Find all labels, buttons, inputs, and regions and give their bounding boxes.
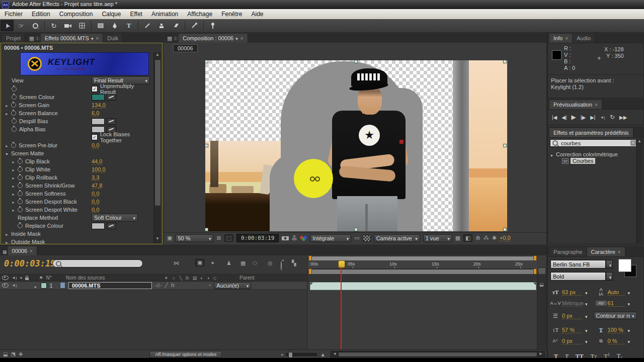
auto-keyframe-icon[interactable]: ◎	[268, 260, 273, 266]
snapshot-region-icon[interactable]: ▣	[167, 235, 172, 241]
fill-color-swatch[interactable]	[618, 259, 631, 272]
transparency-grid-icon[interactable]	[363, 235, 371, 242]
expand-transfer-icon[interactable]: ⬓	[3, 351, 8, 357]
scroll-down-icon[interactable]: ▼	[155, 236, 159, 241]
despot-black-value[interactable]: 0,0	[92, 199, 99, 205]
group-inside-mask[interactable]: Inside Mask	[5, 230, 150, 238]
safe-zones-icon[interactable]: ⊞	[216, 235, 221, 241]
tab-projet[interactable]: Projet	[2, 34, 25, 43]
expand-parent-icon[interactable]: ✥	[19, 351, 23, 357]
eyedropper-icon[interactable]	[107, 118, 116, 125]
layer-duration-bar[interactable]	[310, 282, 536, 290]
font-style-dropdown[interactable]: Bold	[550, 272, 606, 281]
camera-dropdown[interactable]: Caméra active	[374, 234, 420, 242]
leading-value[interactable]: Auto	[608, 289, 625, 296]
horizontal-scale-value[interactable]: 100 %	[608, 327, 625, 333]
screen-softness-value[interactable]: 0,0	[92, 191, 99, 197]
tab-caractere[interactable]: Caractère	[587, 247, 625, 256]
close-icon[interactable]	[615, 249, 621, 255]
stopwatch-icon[interactable]	[18, 175, 23, 180]
snapshot-camera-icon[interactable]	[282, 235, 289, 241]
timeline-button-icon[interactable]: ▦	[455, 235, 460, 241]
menu-effet[interactable]: Effet	[125, 9, 146, 19]
chevron-down-icon[interactable]	[583, 288, 588, 297]
comp-viewer-image[interactable]: ★	[205, 60, 507, 231]
screen-gain-value[interactable]: 134,0	[92, 102, 106, 109]
stopwatch-icon[interactable]	[18, 191, 23, 196]
comp-name-field[interactable]: 00006	[173, 44, 198, 52]
last-frame-button[interactable]: ▶|	[590, 115, 595, 120]
stopwatch-icon[interactable]	[18, 159, 23, 164]
selection-handle[interactable]	[503, 228, 507, 231]
play-button[interactable]: ▶	[572, 114, 576, 121]
chevron-down-icon[interactable]	[626, 288, 630, 297]
baseline-shift-value[interactable]: 0 px	[562, 338, 582, 344]
despill-bias-swatch[interactable]	[92, 118, 105, 125]
zoom-slider-handle[interactable]	[288, 352, 293, 358]
layer-expand-icon[interactable]	[34, 281, 38, 290]
clip-black-value[interactable]: 44,0	[92, 158, 102, 165]
prev-frame-button[interactable]: ◀|	[561, 115, 567, 120]
exposure-value[interactable]: +0,0	[500, 235, 511, 241]
lock-biases-checkbox[interactable]	[92, 134, 98, 140]
stopwatch-icon[interactable]	[18, 207, 23, 212]
selection-handle[interactable]	[503, 144, 507, 147]
first-frame-button[interactable]: |◀	[552, 115, 557, 120]
screen-balance-value[interactable]: 6,0	[92, 110, 99, 117]
stopwatch-icon[interactable]	[18, 223, 23, 228]
chevron-down-icon[interactable]	[583, 325, 588, 334]
parent-pickwhip-icon[interactable]: ◔	[208, 283, 211, 288]
stopwatch-icon[interactable]	[12, 119, 17, 124]
tab-presets[interactable]: Effets et paramètres prédéfinis	[549, 128, 633, 137]
font-size-value[interactable]: 63 px	[562, 289, 582, 296]
pen-tool-icon[interactable]	[108, 20, 121, 31]
chevron-down-icon[interactable]	[626, 336, 630, 345]
target-region-icon[interactable]: ▭	[354, 235, 359, 241]
effects-scrollbar[interactable]: ▲ ▼	[153, 52, 161, 243]
shy-icon[interactable]: ✦	[210, 260, 215, 266]
selection-handle[interactable]	[205, 144, 208, 147]
tab-preview[interactable]: Prévisualisation	[549, 100, 602, 109]
layer-label-swatch[interactable]	[41, 283, 47, 289]
stopwatch-icon[interactable]	[18, 183, 23, 188]
draft3d-icon[interactable]: ▣	[195, 259, 204, 266]
chevron-down-icon[interactable]	[583, 299, 588, 308]
close-icon[interactable]	[93, 35, 99, 41]
clip-white-value[interactable]: 100,0	[92, 166, 106, 173]
close-icon[interactable]	[238, 35, 244, 41]
presets-search-input[interactable]: courbes ×	[550, 139, 638, 147]
replace-colour-swatch[interactable]	[92, 223, 105, 229]
expand-icon[interactable]	[12, 183, 15, 189]
next-frame-button[interactable]: |▶	[581, 115, 586, 120]
current-time-indicator-line[interactable]	[341, 267, 342, 350]
tab-effects[interactable]: Effets 00006.MTS	[41, 34, 103, 43]
layer-video-toggle[interactable]	[2, 283, 9, 288]
preset-item-courbes[interactable]: 32 Courbes	[562, 158, 595, 164]
chevron-down-icon[interactable]	[583, 311, 588, 320]
zoom-out-mountain-icon[interactable]: ▲	[280, 352, 284, 356]
expand-icon[interactable]	[12, 174, 15, 180]
stroke-style-dropdown[interactable]: Contour sur re...	[594, 312, 637, 320]
menu-fenetre[interactable]: Fenêtre	[217, 9, 247, 19]
chevron-down-icon[interactable]	[583, 336, 588, 345]
expand-icon[interactable]	[12, 207, 15, 213]
mask-shape-tool-icon[interactable]	[94, 20, 107, 31]
hand-tool-icon[interactable]: ☞	[15, 20, 28, 31]
selection-tool-icon[interactable]: ➤	[1, 20, 14, 31]
scroll-up-icon[interactable]: ▲	[155, 52, 159, 57]
eyedropper-icon[interactable]	[107, 223, 116, 229]
collapse-icon[interactable]	[5, 150, 9, 156]
timeline-timecode[interactable]: 0:00:03:19	[4, 258, 55, 268]
collapse-icon[interactable]	[550, 150, 553, 159]
replace-method-dropdown[interactable]: Soft Colour	[92, 214, 138, 222]
stopwatch-icon[interactable]	[11, 143, 16, 148]
tab-paragraphe[interactable]: Paragraphe	[549, 247, 587, 256]
expand-inout-icon[interactable]: ⬔	[11, 351, 15, 357]
loop-button[interactable]: ↻	[610, 114, 615, 121]
panel-lock-icon[interactable]: ⚿	[174, 36, 177, 42]
group-screen-matte[interactable]: Screen Matte	[5, 149, 150, 157]
menu-calque[interactable]: Calque	[97, 9, 125, 19]
close-icon[interactable]	[592, 102, 598, 108]
eraser-tool-icon[interactable]	[169, 20, 182, 31]
puppet-pin-tool-icon[interactable]	[206, 20, 219, 31]
